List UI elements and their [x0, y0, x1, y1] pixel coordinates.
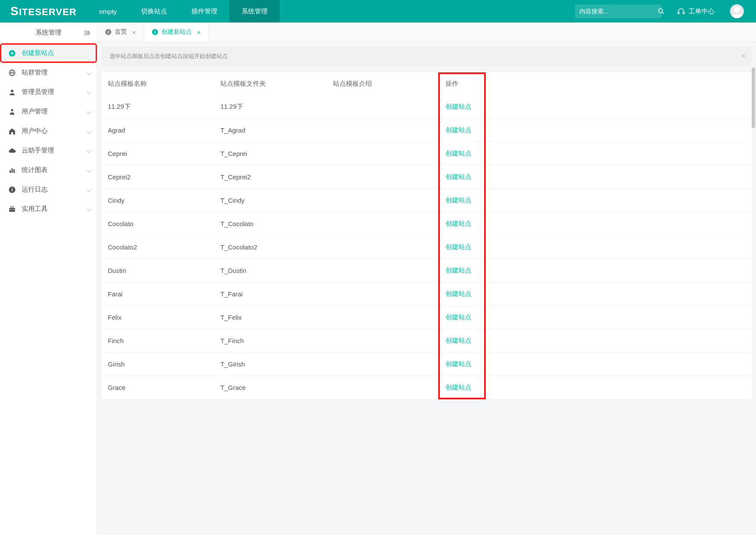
search-box[interactable]	[575, 4, 662, 18]
nav-system-manage[interactable]: 系统管理	[229, 0, 280, 23]
sidebar-item-3[interactable]: 用户管理	[0, 102, 97, 121]
create-site-link[interactable]: 创建站点	[446, 103, 472, 110]
svg-point-7	[88, 32, 90, 34]
cell-template-folder: T_Girish	[214, 353, 327, 376]
cell-template-name: Cindy	[102, 189, 214, 212]
table-row: FaraiT_Farai创建站点	[102, 282, 752, 306]
chevron-down-icon	[87, 108, 90, 115]
sidebar-item-label: 站群管理	[22, 68, 48, 77]
svg-point-0	[659, 9, 662, 13]
cell-template-desc	[327, 353, 439, 376]
cell-template-desc	[327, 142, 439, 165]
table-row: 11.29下11.29下创建站点	[102, 95, 752, 119]
create-site-link[interactable]: 创建站点	[446, 360, 472, 367]
table-row: AgradT_Agrad创建站点	[102, 119, 752, 142]
toolbox-icon	[8, 205, 16, 213]
cell-template-folder: T_Cocolato	[214, 212, 327, 236]
user-icon	[8, 108, 16, 116]
sidebar-item-1[interactable]: 站群管理	[0, 63, 97, 82]
tab-label: 首页	[115, 28, 127, 36]
sidebar-item-0[interactable]: 创建新站点	[0, 43, 97, 63]
tab-create-site[interactable]: i 创建新站点 ×	[144, 23, 209, 42]
info-alert: 选中站点模板后点击创建站点按钮开始创建站点 ×	[102, 46, 752, 66]
svg-rect-2	[678, 12, 679, 14]
svg-rect-18	[12, 189, 13, 191]
sidebar-item-8[interactable]: 实用工具	[0, 199, 97, 219]
sidebar-item-label: 实用工具	[22, 205, 48, 213]
cell-template-desc	[327, 95, 439, 119]
cell-template-folder: T_Grace	[214, 376, 327, 399]
create-site-link[interactable]: 创建站点	[446, 126, 472, 133]
cell-template-name: Finch	[102, 329, 214, 353]
sidebar-collapse-icon[interactable]	[83, 30, 90, 36]
table-row: CocolatoT_Cocolato创建站点	[102, 212, 752, 236]
brand-text: ITESERVER	[19, 6, 77, 17]
cell-template-folder: T_Ceprei	[214, 142, 327, 165]
create-site-link[interactable]: 创建站点	[446, 337, 472, 344]
template-table: 站点模板名称 站点模板文件夹 站点模板介绍 操作 11.29下11.29下创建站…	[102, 72, 752, 399]
cell-template-name: Cocolato	[102, 212, 214, 236]
globe-icon	[8, 69, 16, 77]
svg-point-13	[11, 109, 13, 111]
tab-home[interactable]: i 首页 ×	[97, 23, 144, 42]
info-icon	[8, 186, 16, 194]
create-site-link[interactable]: 创建站点	[446, 220, 472, 227]
cell-template-name: Felix	[102, 306, 214, 329]
cloud-icon	[8, 147, 16, 155]
cell-template-folder: T_Cocolato2	[214, 236, 327, 259]
cell-template-desc	[327, 236, 439, 259]
sidebar-item-label: 创建新站点	[22, 49, 54, 57]
create-site-link[interactable]: 创建站点	[446, 243, 472, 250]
nav-current-site[interactable]: empty	[87, 0, 129, 23]
cell-template-desc	[327, 119, 439, 142]
nav-plugin-manage[interactable]: 插件管理	[179, 0, 229, 23]
cell-template-folder: 11.29下	[214, 95, 327, 119]
cell-template-name: Farai	[102, 282, 214, 306]
chevron-down-icon	[87, 147, 90, 154]
sidebar-item-label: 统计图表	[22, 166, 48, 174]
sidebar-item-6[interactable]: 统计图表	[0, 160, 97, 180]
close-icon[interactable]: ×	[132, 29, 136, 36]
svg-line-1	[662, 12, 664, 14]
user-avatar[interactable]	[730, 4, 744, 18]
vertical-scrollbar[interactable]	[752, 68, 755, 128]
cell-template-name: Agrad	[102, 119, 214, 142]
search-icon[interactable]	[658, 8, 665, 15]
create-site-link[interactable]: 创建站点	[446, 266, 472, 274]
create-site-link[interactable]: 创建站点	[446, 313, 472, 321]
cell-template-folder: T_Farai	[214, 282, 327, 306]
nav-switch-site[interactable]: 切换站点	[129, 0, 179, 23]
cell-template-folder: T_Cindy	[214, 189, 327, 212]
header-template-desc: 站点模板介绍	[327, 72, 439, 95]
svg-rect-3	[683, 12, 685, 14]
sidebar-header: 系统管理	[0, 23, 97, 43]
sidebar: 系统管理 创建新站点站群管理管理员管理用户管理用户中心云助手管理统计图表运行日志…	[0, 23, 97, 535]
person-icon	[8, 88, 16, 96]
create-site-link[interactable]: 创建站点	[446, 149, 472, 157]
table-row: FinchT_Finch创建站点	[102, 329, 752, 353]
content-panel: 选中站点模板后点击创建站点按钮开始创建站点 × 站点模板名称 站点模板文件夹 站…	[97, 42, 756, 404]
chevron-down-icon	[87, 186, 90, 193]
ticket-center-link[interactable]: 工单中心	[677, 7, 714, 16]
close-icon[interactable]: ×	[741, 52, 746, 61]
header-template-name: 站点模板名称	[102, 72, 214, 95]
main-area: i 首页 × i 创建新站点 × 选中站点模板后点击创建站点按钮开始创建站点 ×…	[97, 23, 756, 535]
cell-template-desc	[327, 306, 439, 329]
brand-logo[interactable]: SITESERVER	[0, 4, 87, 18]
sidebar-item-label: 运行日志	[22, 185, 48, 194]
create-site-link[interactable]: 创建站点	[446, 383, 472, 391]
create-site-link[interactable]: 创建站点	[446, 173, 472, 180]
close-icon[interactable]: ×	[197, 29, 201, 36]
header-template-folder: 站点模板文件夹	[214, 72, 327, 95]
table-row: Cocolato2T_Cocolato2创建站点	[102, 236, 752, 259]
search-input[interactable]	[579, 8, 655, 15]
create-site-link[interactable]: 创建站点	[446, 196, 472, 204]
top-bar-right: 工单中心	[575, 0, 756, 23]
sidebar-item-2[interactable]: 管理员管理	[0, 82, 97, 102]
sidebar-item-4[interactable]: 用户中心	[0, 121, 97, 141]
cell-template-name: 11.29下	[102, 95, 214, 119]
sidebar-item-7[interactable]: 运行日志	[0, 180, 97, 199]
cell-template-desc	[327, 282, 439, 306]
create-site-link[interactable]: 创建站点	[446, 290, 472, 297]
sidebar-item-5[interactable]: 云助手管理	[0, 141, 97, 160]
